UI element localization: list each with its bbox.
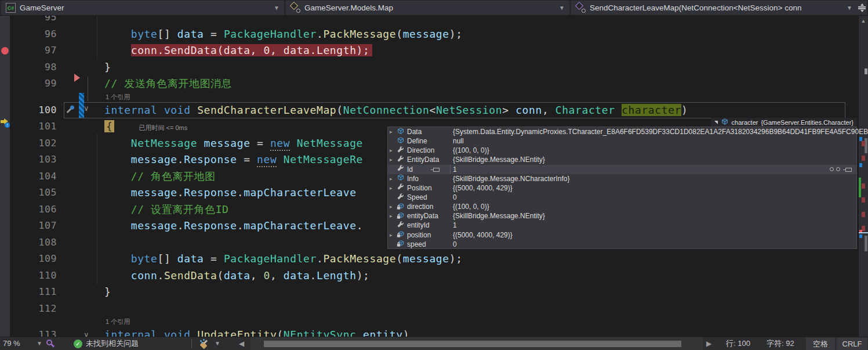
line-number[interactable]: 108 <box>0 234 64 251</box>
datatip-row-Info[interactable]: ▸Info{SkillBridge.Message.NCharacterInfo… <box>388 174 856 183</box>
expanded-arrow-icon[interactable] <box>714 121 718 124</box>
expander-icon[interactable]: ▸ <box>390 176 397 182</box>
project-dropdown[interactable]: C# GameServer ▼ <box>1 1 284 15</box>
code-text[interactable] <box>64 16 845 26</box>
datatip-row-speed[interactable]: speed0 <box>388 240 856 249</box>
code-text[interactable]: conn.SendData(data, 0, data.Length); <box>64 268 845 284</box>
pin-to-source-icon[interactable] <box>433 168 440 172</box>
datatip-row-EntityData[interactable]: ▸EntityData{SkillBridge.Message.NEntity} <box>388 155 856 164</box>
line-number[interactable]: 103 <box>0 151 64 168</box>
line-number[interactable]: 95 <box>0 16 64 26</box>
expander-icon[interactable]: ▸ <box>390 147 397 153</box>
datatip-row-Position[interactable]: ▸Position{(5000, 4000, 429)} <box>388 183 856 193</box>
expander-icon[interactable]: ▸ <box>390 213 397 219</box>
scroll-right-icon[interactable]: ▶ <box>706 337 711 350</box>
line-number[interactable]: 96 <box>0 26 64 43</box>
code-text[interactable] <box>64 301 845 317</box>
datatip-row-entityData[interactable]: ▸entityData{SkillBridge.Message.NEntity} <box>388 211 856 221</box>
code-line-110[interactable]: 110 conn.SendData(data, 0, data.Length); <box>0 268 858 284</box>
expander-icon[interactable]: ▸ <box>390 185 397 191</box>
line-number[interactable]: 110 <box>0 268 64 284</box>
datatip-row-Define[interactable]: Definenull <box>388 136 856 146</box>
datatip-row-Direction[interactable]: ▸Direction{(100, 0, 0)} <box>388 146 856 155</box>
line-number[interactable]: 104 <box>0 168 64 185</box>
document-health-text[interactable]: 未找到相关问题 <box>86 337 139 350</box>
codelens-references[interactable]: 1 个引用 <box>0 92 858 102</box>
line-number[interactable]: 98 <box>0 59 64 76</box>
chevron-down-icon[interactable]: ▼ <box>215 337 220 350</box>
member-name: EntityData <box>407 156 439 164</box>
line-number[interactable]: 106 <box>0 201 64 218</box>
expander-icon[interactable]: ▸ <box>390 204 397 210</box>
code-text[interactable]: byte[] data = PackageHandler.PackMessage… <box>64 251 845 268</box>
member-name: entityId <box>407 221 430 229</box>
member-dropdown[interactable]: SendCharacterLeaveMap(NetConnection<NetS… <box>571 1 857 15</box>
code-text[interactable]: // 发送角色离开地图消息 <box>64 75 845 92</box>
property-icon <box>397 193 407 203</box>
expander-icon[interactable]: ▸ <box>390 157 397 163</box>
code-text[interactable]: internal void UpdateEntity(NEntitySync e… <box>64 327 845 337</box>
debugger-datatip[interactable]: character {GameServer.Entities.Character… <box>387 118 857 249</box>
code-line-112[interactable]: 112 <box>0 301 858 317</box>
datatip-row-Id[interactable]: Id1 <box>388 165 856 174</box>
method-icon <box>576 3 586 13</box>
accessibility-zoom-icon[interactable] <box>45 339 55 348</box>
line-number[interactable]: 111 <box>0 284 64 301</box>
code-text[interactable]: } <box>64 284 845 301</box>
code-line-95[interactable]: 95 <box>0 16 858 26</box>
datatip-row-Data[interactable]: ▸Data{System.Data.Entity.DynamicProxies.… <box>388 127 856 136</box>
field-icon <box>397 136 407 146</box>
scroll-up-icon[interactable]: ▲ <box>859 18 868 24</box>
code-line-113[interactable]: 113internal void UpdateEntity(NEntitySyn… <box>0 327 858 337</box>
line-number[interactable]: 109 <box>0 251 64 268</box>
datatip-row-Speed[interactable]: Speed0 <box>388 193 856 202</box>
column-indicator[interactable]: 字符: 92 <box>767 337 794 350</box>
code-line-100[interactable]: 100internal void SendCharacterLeaveMap(N… <box>0 102 858 119</box>
code-line-99[interactable]: 99// 发送角色离开地图消息 <box>0 75 858 92</box>
line-number[interactable]: 105 <box>0 185 64 201</box>
zoom-level[interactable]: 79 % <box>3 337 20 350</box>
type-dropdown[interactable]: GameServer.Models.Map ▼ <box>286 1 569 15</box>
split-window-button[interactable] <box>857 1 867 15</box>
line-number[interactable]: 113 <box>0 327 64 337</box>
codelens-references[interactable]: 1 个引用 <box>0 317 858 327</box>
eol-indicator[interactable]: CRLF <box>837 338 867 350</box>
datatip-row-direction[interactable]: ▸direction{(100, 0, 0)} <box>388 202 856 211</box>
datatip-row-position[interactable]: ▸position{(5000, 4000, 429)} <box>388 230 856 240</box>
code-editor[interactable]: 9596 byte[] data = PackageHandler.PackMe… <box>0 16 868 337</box>
member-name: Info <box>407 175 419 183</box>
expander-icon[interactable]: ▸ <box>390 232 397 238</box>
datatip-row-entityId[interactable]: entityId1 <box>388 221 856 230</box>
line-number[interactable]: 100 <box>0 102 64 119</box>
field-icon <box>397 174 407 183</box>
code-line-96[interactable]: 96 byte[] data = PackageHandler.PackMess… <box>0 26 858 43</box>
code-text[interactable]: } <box>64 59 845 76</box>
line-number[interactable]: 102 <box>0 135 64 152</box>
line-indicator[interactable]: 行: 100 <box>726 337 750 350</box>
datatip-header[interactable]: character {GameServer.Entities.Character… <box>711 118 857 127</box>
line-number[interactable]: 107 <box>0 218 64 234</box>
whitespace-indicator[interactable]: 空格 <box>806 338 835 350</box>
pin-icon[interactable] <box>845 168 852 172</box>
code-text[interactable]: internal void SendCharacterLeaveMap(NetC… <box>64 102 845 119</box>
scroll-left-icon[interactable]: ◀ <box>239 337 244 350</box>
code-line-109[interactable]: 109 byte[] data = PackageHandler.PackMes… <box>0 251 858 268</box>
collapse-chevron-icon[interactable]: ∨ <box>83 104 89 112</box>
line-number[interactable]: 97 <box>0 42 64 59</box>
visualizer-icon[interactable] <box>830 167 840 172</box>
code-text[interactable]: conn.SendData(data, 0, data.Length); <box>64 42 845 59</box>
code-line-97[interactable]: 97 conn.SendData(data, 0, data.Length); <box>0 42 858 59</box>
line-number[interactable]: 112 <box>0 301 64 317</box>
code-line-111[interactable]: 111} <box>0 284 858 301</box>
code-text[interactable]: byte[] data = PackageHandler.PackMessage… <box>64 26 845 43</box>
horizontal-scrollbar-thumb[interactable] <box>264 341 681 347</box>
chevron-down-icon[interactable]: ▼ <box>37 337 42 350</box>
line-number[interactable]: 99 <box>0 75 64 92</box>
breakpoint-icon[interactable] <box>1 47 9 55</box>
vertical-scrollbar[interactable]: ▲ <box>859 16 868 337</box>
expander-icon[interactable]: ▸ <box>390 129 397 135</box>
collapse-chevron-icon[interactable]: ∨ <box>83 331 89 337</box>
property-icon <box>397 183 407 193</box>
code-cleanup-icon[interactable] <box>199 339 210 349</box>
code-line-98[interactable]: 98} <box>0 59 858 76</box>
